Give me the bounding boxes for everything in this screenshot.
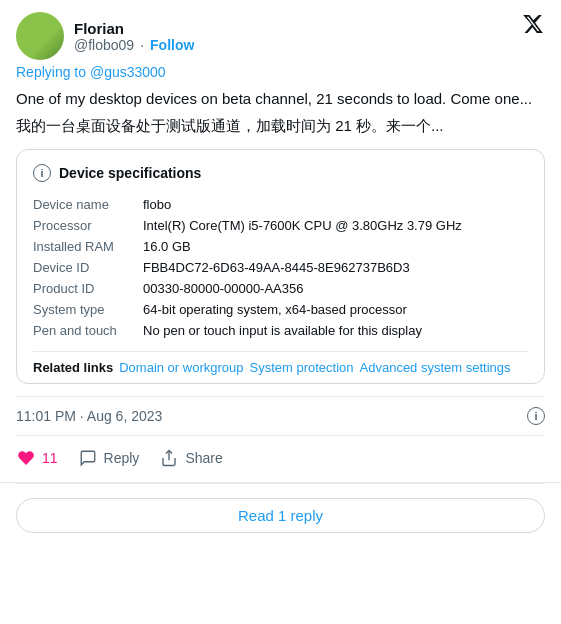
username-follow: @flobo09 · Follow <box>74 37 194 53</box>
spec-label: Pen and touch <box>33 320 143 341</box>
tweet-container: Florian @flobo09 · Follow Replying to @g… <box>0 0 561 483</box>
table-row: ProcessorIntel(R) Core(TM) i5-7600K CPU … <box>33 215 528 236</box>
device-card-header: i Device specifications <box>33 164 528 182</box>
spec-label: Device name <box>33 194 143 215</box>
tweet-timestamp: 11:01 PM · Aug 6, 2023 <box>16 408 162 424</box>
tweet-header-left: Florian @flobo09 · Follow <box>16 12 194 60</box>
user-info: Florian @flobo09 · Follow <box>74 20 194 53</box>
related-link-domain[interactable]: Domain or workgroup <box>119 360 243 375</box>
table-row: Device IDFBB4DC72-6D63-49AA-8445-8E96273… <box>33 257 528 278</box>
related-links: Related links Domain or workgroup System… <box>33 351 528 383</box>
device-card-title: Device specifications <box>59 165 201 181</box>
spec-value: FBB4DC72-6D63-49AA-8445-8E962737B6D3 <box>143 257 528 278</box>
table-row: Installed RAM16.0 GB <box>33 236 528 257</box>
table-row: Device nameflobo <box>33 194 528 215</box>
read-reply-bar: Read 1 reply <box>16 483 545 547</box>
likes-count: 11 <box>42 450 58 466</box>
username: @flobo09 <box>74 37 134 53</box>
read-reply-button[interactable]: Read 1 reply <box>16 498 545 533</box>
related-link-advanced[interactable]: Advanced system settings <box>360 360 511 375</box>
specs-table: Device namefloboProcessorIntel(R) Core(T… <box>33 194 528 341</box>
related-link-system-protection[interactable]: System protection <box>249 360 353 375</box>
spec-label: System type <box>33 299 143 320</box>
spec-value: Intel(R) Core(TM) i5-7600K CPU @ 3.80GHz… <box>143 215 528 236</box>
reply-icon <box>78 448 98 468</box>
tweet-time-row: 11:01 PM · Aug 6, 2023 i <box>16 396 545 435</box>
device-card: i Device specifications Device nameflobo… <box>16 149 545 384</box>
display-name: Florian <box>74 20 194 37</box>
spec-value: No pen or touch input is available for t… <box>143 320 528 341</box>
tweet-header: Florian @flobo09 · Follow <box>16 12 545 60</box>
x-logo-icon <box>521 12 545 36</box>
tweet-text-chinese: 我的一台桌面设备处于测试版通道，加载时间为 21 秒。来一个... <box>16 115 545 138</box>
footer-info-icon[interactable]: i <box>527 407 545 425</box>
avatar-image <box>16 12 64 60</box>
avatar[interactable] <box>16 12 64 60</box>
spec-label: Processor <box>33 215 143 236</box>
share-action[interactable]: Share <box>159 442 234 474</box>
table-row: Pen and touchNo pen or touch input is av… <box>33 320 528 341</box>
reply-action[interactable]: Reply <box>78 442 152 474</box>
reply-handle[interactable]: @gus33000 <box>90 64 166 80</box>
bottom-section: Read 1 reply <box>0 483 561 559</box>
reply-label: Reply <box>104 450 140 466</box>
spec-label: Device ID <box>33 257 143 278</box>
spec-value: 00330-80000-00000-AA356 <box>143 278 528 299</box>
device-info-icon: i <box>33 164 51 182</box>
heart-icon <box>16 448 36 468</box>
related-links-label: Related links <box>33 360 113 375</box>
spec-value: flobo <box>143 194 528 215</box>
spec-label: Installed RAM <box>33 236 143 257</box>
follow-button[interactable]: Follow <box>150 37 194 53</box>
replying-to: Replying to @gus33000 <box>16 64 545 80</box>
spec-value: 64-bit operating system, x64-based proce… <box>143 299 528 320</box>
table-row: Product ID00330-80000-00000-AA356 <box>33 278 528 299</box>
spec-label: Product ID <box>33 278 143 299</box>
share-label: Share <box>185 450 222 466</box>
tweet-actions: 11 Reply Share <box>16 435 545 482</box>
table-row: System type64-bit operating system, x64-… <box>33 299 528 320</box>
like-action[interactable]: 11 <box>16 442 70 474</box>
tweet-text-english: One of my desktop devices on beta channe… <box>16 88 545 111</box>
dot-separator: · <box>140 37 144 53</box>
share-icon <box>159 448 179 468</box>
spec-value: 16.0 GB <box>143 236 528 257</box>
